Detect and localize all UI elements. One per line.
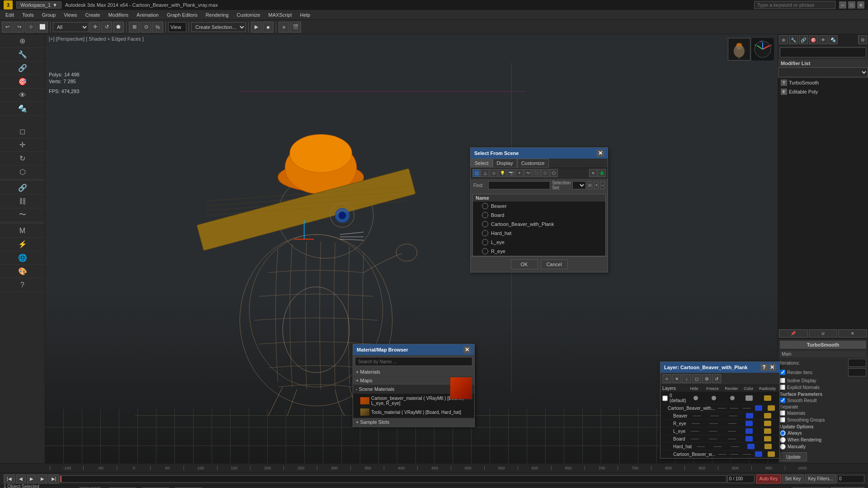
scale-tool[interactable]: ⬡ bbox=[0, 165, 45, 179]
angle-snap-button[interactable]: ⊙ bbox=[141, 22, 151, 33]
go-end-btn[interactable]: ▶| bbox=[48, 474, 60, 483]
redo-button[interactable]: ↪ bbox=[14, 22, 24, 33]
sfs-shapes-icon[interactable]: ◇ bbox=[490, 169, 498, 177]
play-button[interactable]: ▶ bbox=[251, 22, 262, 33]
sfs-cameras-icon[interactable]: 📷 bbox=[507, 169, 515, 177]
layer-settings-btn[interactable]: ⚙ bbox=[702, 374, 711, 383]
list-item-r-eye[interactable]: R_eye bbox=[473, 247, 605, 256]
key-filters-btn[interactable]: Key Filters... bbox=[805, 474, 836, 483]
render-iters-input[interactable]: 1 bbox=[848, 368, 866, 376]
workspace-button[interactable]: Workspace_1 ▼ bbox=[16, 1, 61, 9]
explicit-normals-checkbox[interactable] bbox=[780, 385, 785, 390]
remove-modifier-btn[interactable]: ✕ bbox=[838, 329, 867, 338]
modifier-turbosmooth[interactable]: T TurboSmooth bbox=[778, 78, 868, 87]
render-setup-btn[interactable]: 🎨 bbox=[0, 265, 45, 278]
layer-checkbox[interactable] bbox=[662, 395, 668, 401]
sfs-none-icon[interactable]: □ bbox=[541, 169, 549, 177]
select-layer-btn[interactable]: ◻ bbox=[692, 374, 701, 383]
set-key-btn[interactable]: Set Key bbox=[782, 474, 804, 483]
create-tab[interactable]: ⊕ bbox=[0, 34, 45, 48]
menu-tools[interactable]: Tools bbox=[19, 11, 38, 19]
list-item-beaver[interactable]: Beaver bbox=[473, 202, 605, 211]
find-input[interactable] bbox=[488, 181, 550, 189]
sfs-hierarchy-view[interactable]: 🌲 bbox=[598, 169, 606, 177]
quick-render-btn[interactable]: ⚡ bbox=[0, 238, 45, 251]
modify-panel-btn[interactable]: 🔧 bbox=[789, 35, 798, 44]
percent-snap-button[interactable]: % bbox=[152, 22, 163, 33]
frame-number-input[interactable] bbox=[837, 475, 864, 483]
menu-group[interactable]: Group bbox=[38, 11, 60, 19]
modifier-dropdown[interactable] bbox=[778, 67, 868, 77]
isoline-checkbox[interactable] bbox=[780, 378, 785, 383]
sfs-select-all[interactable]: ⬛ bbox=[533, 169, 541, 177]
sfs-close-button[interactable]: ✕ bbox=[597, 150, 604, 157]
create-panel-btn[interactable]: ⊕ bbox=[779, 35, 788, 44]
sfs-invert-icon[interactable]: ⬡ bbox=[550, 169, 558, 177]
object-name-field[interactable]: Beaver bbox=[780, 47, 866, 57]
smooth-result-checkbox[interactable] bbox=[780, 398, 785, 403]
render-iters-checkbox[interactable] bbox=[780, 370, 785, 375]
sfs-select-icon[interactable]: ⊙ bbox=[588, 181, 592, 189]
menu-maxscript[interactable]: MAXScript bbox=[265, 11, 296, 19]
modifier-editable-poly[interactable]: E Editable Poly bbox=[778, 87, 868, 96]
layer-help-btn[interactable]: ? bbox=[760, 364, 768, 371]
delete-layer-btn[interactable]: ✕ bbox=[672, 374, 681, 383]
sfs-geo-icon[interactable]: △ bbox=[481, 169, 489, 177]
menu-modifiers[interactable]: Modifiers bbox=[104, 11, 132, 19]
next-frame-btn[interactable]: ▶ bbox=[38, 474, 47, 483]
link-tool[interactable]: 🔗 bbox=[0, 181, 45, 195]
ok-button[interactable]: OK bbox=[511, 259, 538, 269]
sfs-list-view[interactable]: ≡ bbox=[589, 169, 597, 177]
menu-animation[interactable]: Animation bbox=[133, 11, 162, 19]
when-rendering-radio[interactable] bbox=[780, 437, 786, 443]
sfs-tab-display[interactable]: Display bbox=[493, 159, 517, 168]
unlink-tool[interactable]: ⛓ bbox=[0, 195, 45, 208]
minimize-button[interactable]: ─ bbox=[839, 1, 846, 9]
update-button[interactable]: Update bbox=[780, 452, 807, 461]
manually-radio[interactable] bbox=[780, 444, 786, 450]
sfs-helpers-icon[interactable]: + bbox=[515, 169, 524, 177]
display-panel-btn[interactable]: 👁 bbox=[819, 35, 828, 44]
menu-help[interactable]: Help bbox=[297, 11, 314, 19]
pin-stack-btn[interactable]: 📌 bbox=[779, 329, 808, 338]
stop-button[interactable]: ■ bbox=[263, 22, 274, 33]
sfs-subtract-icon[interactable]: − bbox=[600, 181, 605, 189]
selection-filter[interactable]: All Geometry Shapes bbox=[53, 22, 89, 32]
prev-frame-btn[interactable]: ◀ bbox=[16, 474, 26, 483]
mat-section-materials[interactable]: + Materials bbox=[353, 368, 474, 376]
menu-create[interactable]: Create bbox=[81, 11, 104, 19]
list-item-cartoon-beaver[interactable]: Cartoon_Beaver_with_Plank bbox=[473, 220, 605, 229]
cancel-button[interactable]: Cancel bbox=[541, 259, 568, 269]
layer-row-hard-hat[interactable]: Hard_hat —— —— —— bbox=[660, 443, 779, 450]
maximize-button[interactable]: □ bbox=[848, 1, 855, 9]
layer-titlebar[interactable]: Layer: Cartoon_Beaver_with_Plank ? ✕ bbox=[660, 362, 779, 373]
sfs-all-icon[interactable]: ◻ bbox=[472, 169, 481, 177]
refresh-btn[interactable]: ↺ bbox=[712, 374, 721, 383]
create-selection-dropdown[interactable]: Create Selection... bbox=[191, 22, 246, 32]
iterations-input[interactable]: 0 bbox=[848, 359, 866, 367]
select-button[interactable]: ⊹ bbox=[25, 22, 36, 33]
play-btn[interactable]: ▶ bbox=[27, 474, 37, 483]
layer-row-cartoon-beaver[interactable]: Cartoon_Beaver_with... —— —— —— bbox=[660, 404, 779, 412]
layer-row-default[interactable]: 0 (default) bbox=[660, 392, 779, 404]
menu-views[interactable]: Views bbox=[60, 11, 80, 19]
material-editor-btn[interactable]: M bbox=[0, 224, 45, 238]
always-radio[interactable] bbox=[780, 430, 786, 436]
layer-row-board[interactable]: Board —— —— —— bbox=[660, 435, 779, 443]
materials-checkbox[interactable] bbox=[780, 410, 785, 416]
rotate-tool[interactable]: ↻ bbox=[0, 152, 45, 165]
utilities-tab[interactable]: 🔩 bbox=[0, 102, 45, 116]
help-btn[interactable]: ? bbox=[0, 278, 45, 292]
select-object-btn[interactable]: ◻ bbox=[0, 125, 45, 138]
environment-btn[interactable]: 🌐 bbox=[0, 251, 45, 265]
snap-button[interactable]: ⊞ bbox=[129, 22, 140, 33]
utility-panel-btn[interactable]: 🔩 bbox=[829, 35, 838, 44]
mat-browser-close[interactable]: ✕ bbox=[463, 346, 471, 353]
list-item-l-eye[interactable]: L_eye bbox=[473, 238, 605, 247]
select-region-button[interactable]: ⬜ bbox=[37, 22, 48, 33]
hierarchy-tab[interactable]: 🔗 bbox=[0, 61, 45, 75]
close-button[interactable]: ✕ bbox=[857, 1, 864, 9]
layer-row-r-eye[interactable]: R_eye —— —— —— bbox=[660, 420, 779, 427]
list-item-hard-hat[interactable]: Hard_hat bbox=[473, 229, 605, 238]
mat-search-input[interactable] bbox=[355, 357, 472, 366]
